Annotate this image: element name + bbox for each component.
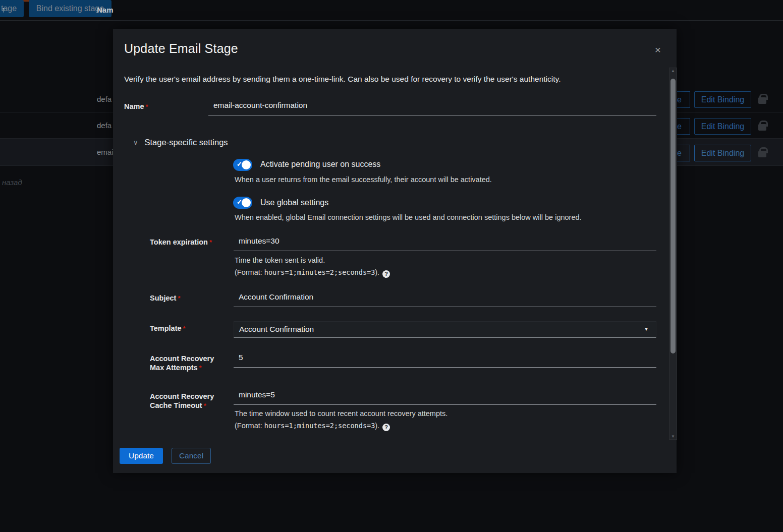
recovery-cache-timeout-label: Account Recovery Cache Timeout*: [150, 392, 226, 410]
scroll-up-icon[interactable]: ▲: [669, 69, 677, 73]
name-input[interactable]: [208, 99, 656, 115]
edit-stage-button-partial[interactable]: e: [677, 118, 690, 135]
activate-pending-user-toggle[interactable]: ✓: [233, 159, 252, 171]
format-prefix: (Format:: [235, 422, 262, 430]
toggle-knob: [242, 160, 251, 169]
scrollbar-thumb[interactable]: [670, 79, 676, 353]
label-text: Template: [150, 324, 182, 332]
cancel-button[interactable]: Cancel: [172, 448, 211, 464]
edit-binding-button[interactable]: Edit Binding: [694, 91, 751, 108]
chevron-down-icon: ∨: [133, 139, 138, 146]
use-global-settings-help: When enabled, global Email connection se…: [235, 213, 582, 221]
token-expiration-help: Time the token sent is valid.: [235, 256, 325, 264]
name-field-label: Name*: [124, 102, 148, 111]
update-button[interactable]: Update: [120, 448, 163, 464]
required-asterisk: *: [178, 294, 180, 302]
recovery-max-attempts-label: Account Recovery Max Attempts*: [150, 354, 230, 373]
recovery-cache-timeout-input[interactable]: [234, 388, 656, 405]
label-text: Token expiration: [150, 238, 208, 246]
token-expiration-label: Token expiration*: [150, 238, 212, 247]
required-asterisk: *: [204, 402, 206, 409]
modal-scrollbar[interactable]: ▲ ▼: [669, 68, 677, 440]
format-code: hours=1;minutes=2;seconds=3: [264, 422, 375, 430]
modal-description: Verify the user's email address by sendi…: [124, 75, 561, 84]
back-link[interactable]: назад: [2, 178, 22, 187]
lock-icon: [758, 124, 766, 131]
label-text: Name: [124, 102, 144, 110]
required-asterisk: *: [146, 103, 148, 110]
required-asterisk: *: [209, 239, 212, 246]
subject-input[interactable]: [234, 290, 656, 307]
token-expiration-format: (Format: hours=1;minutes=2;seconds=3).?: [235, 268, 390, 278]
use-global-settings-toggle[interactable]: ✓: [233, 197, 252, 209]
lock-icon: [758, 151, 766, 157]
label-text: Subject: [150, 294, 176, 302]
recovery-max-attempts-input[interactable]: [234, 351, 656, 368]
modal-title: Update Email Stage: [124, 41, 238, 56]
recovery-cache-help: The time window used to count recent acc…: [235, 409, 448, 418]
caret-down-icon: ▾: [645, 325, 648, 332]
row-name-cell: defa: [97, 86, 111, 112]
edit-stage-button-partial[interactable]: e: [677, 91, 690, 108]
template-select[interactable]: Account Confirmation ▾: [234, 321, 656, 338]
update-email-stage-modal: × Update Email Stage Verify the user's e…: [113, 29, 677, 473]
row-name-cell: emai: [97, 139, 114, 165]
required-asterisk: *: [183, 325, 186, 332]
table-header-row: ↑ Nam: [0, 0, 783, 21]
recovery-cache-format: (Format: hours=1;minutes=2;seconds=3).?: [235, 422, 390, 431]
sort-up-icon[interactable]: ↑: [2, 5, 6, 14]
template-label: Template*: [150, 324, 186, 333]
toggle-knob: [242, 198, 251, 207]
label-text: Account Recovery Max Attempts: [150, 354, 214, 372]
format-code: hours=1;minutes=2;seconds=3: [264, 268, 375, 276]
scroll-down-icon[interactable]: ▼: [669, 434, 677, 439]
lock-icon: [758, 97, 766, 104]
row-name-cell: defa: [97, 112, 111, 138]
help-question-icon[interactable]: ?: [382, 424, 390, 431]
subject-label: Subject*: [150, 293, 180, 303]
close-icon[interactable]: ×: [651, 43, 665, 57]
token-expiration-input[interactable]: [234, 234, 656, 251]
help-question-icon[interactable]: ?: [382, 270, 390, 278]
format-suffix: ).: [375, 268, 379, 276]
use-global-settings-label[interactable]: Use global settings: [260, 198, 328, 207]
required-asterisk: *: [199, 364, 202, 372]
edit-stage-button-partial[interactable]: e: [677, 145, 690, 161]
format-suffix: ).: [375, 422, 379, 430]
template-select-value: Account Confirmation: [239, 325, 314, 334]
format-prefix: (Format:: [235, 268, 262, 276]
column-header-name[interactable]: Nam: [97, 6, 114, 14]
group-title: Stage-specific settings: [145, 138, 228, 147]
stage-specific-settings-toggle[interactable]: ∨ Stage-specific settings: [133, 138, 228, 147]
edit-binding-button[interactable]: Edit Binding: [694, 118, 751, 135]
activate-pending-user-help: When a user returns from the email succe…: [235, 175, 492, 184]
edit-binding-button[interactable]: Edit Binding: [694, 145, 751, 161]
activate-pending-user-label[interactable]: Activate pending user on success: [260, 160, 380, 169]
